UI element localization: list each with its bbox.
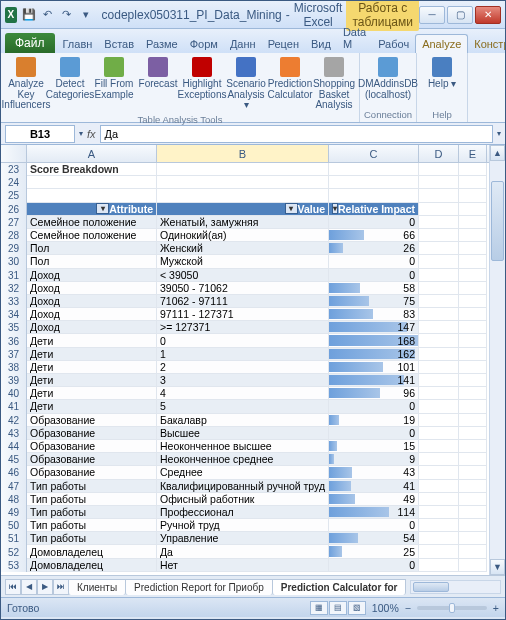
cell[interactable] [419,295,459,308]
cell[interactable]: 0 [329,427,419,440]
undo-icon[interactable]: ↶ [40,7,56,23]
zoom-out-icon[interactable]: − [405,602,411,614]
highlight-exceptions-button[interactable]: Highlight Exceptions [181,55,223,113]
cell[interactable] [459,321,487,334]
row-header[interactable]: 51 [1,532,27,545]
cell[interactable]: Неоконченное высшее [157,440,329,453]
forecast-button[interactable]: Forecast [137,55,179,113]
filter-dropdown-icon[interactable]: ▾ [96,203,109,214]
cell[interactable] [27,176,157,189]
fx-icon[interactable]: fx [87,128,96,140]
row-header[interactable]: 36 [1,334,27,347]
row-header[interactable]: 25 [1,189,27,202]
cell[interactable] [419,440,459,453]
cell[interactable] [419,163,459,176]
cell[interactable]: Офисный работник [157,493,329,506]
view-normal-icon[interactable]: ▦ [310,601,328,615]
row-header[interactable]: 35 [1,321,27,334]
cell[interactable]: Доход [27,308,157,321]
cell[interactable] [27,189,157,202]
cell[interactable] [419,361,459,374]
cell[interactable]: Тип работы [27,519,157,532]
prediction-calculator-button[interactable]: Prediction Calculator [269,55,311,113]
col-header-a[interactable]: A [27,145,157,162]
cell[interactable]: Дети [27,361,157,374]
cell[interactable]: 26 [329,242,419,255]
row-header[interactable]: 31 [1,269,27,282]
cell[interactable] [459,269,487,282]
cell[interactable]: Тип работы [27,532,157,545]
cell[interactable]: Домовладелец [27,559,157,572]
sheet-tab[interactable]: Prediction Report for Приобр [125,579,273,595]
sheet-nav-button[interactable]: ◀ [21,579,37,595]
cell[interactable]: Пол [27,242,157,255]
col-header-c[interactable]: C [329,145,419,162]
ribbon-tab-разме[interactable]: Разме [140,35,184,53]
row-header[interactable]: 38 [1,361,27,374]
cell[interactable]: Одинокий(ая) [157,229,329,242]
sheet-nav-button[interactable]: ⏮ [5,579,21,595]
cell[interactable] [459,189,487,202]
cell[interactable]: Профессионал [157,506,329,519]
row-header[interactable]: 37 [1,348,27,361]
cell[interactable]: 15 [329,440,419,453]
cell[interactable]: 0 [329,255,419,268]
cell[interactable]: 54 [329,532,419,545]
fill-from-example-button[interactable]: Fill From Example [93,55,135,113]
cell[interactable] [459,414,487,427]
cell[interactable] [459,387,487,400]
help-button[interactable]: Help ▾ [421,55,463,108]
cell[interactable] [419,532,459,545]
row-header[interactable]: 32 [1,282,27,295]
cell[interactable]: 43 [329,466,419,479]
analyze-key-influencers-button[interactable]: Analyze Key Influencers [5,55,47,113]
cell[interactable] [157,189,329,202]
cell[interactable] [419,255,459,268]
ribbon-tab-конструктор[interactable]: Конструктор [468,35,506,53]
cell[interactable] [459,361,487,374]
cell[interactable] [419,242,459,255]
minimize-button[interactable]: ─ [419,6,445,24]
maximize-button[interactable]: ▢ [447,6,473,24]
row-header[interactable]: 42 [1,414,27,427]
ribbon-tab-главн[interactable]: Главн [57,35,99,53]
scroll-down-icon[interactable]: ▼ [490,559,505,575]
row-header[interactable]: 29 [1,242,27,255]
cell[interactable]: Образование [27,427,157,440]
cell[interactable]: 58 [329,282,419,295]
zoom-slider[interactable] [417,606,487,610]
cell[interactable]: ▾Value [157,203,329,216]
cell[interactable]: Нет [157,559,329,572]
cell[interactable] [419,282,459,295]
row-header[interactable]: 47 [1,480,27,493]
row-header[interactable]: 50 [1,519,27,532]
cell[interactable] [459,466,487,479]
cell[interactable] [419,229,459,242]
row-header[interactable]: 43 [1,427,27,440]
cell[interactable]: 3 [157,374,329,387]
cell[interactable]: < 39050 [157,269,329,282]
cell[interactable]: 4 [157,387,329,400]
cell[interactable]: Домовладелец [27,545,157,558]
horizontal-scrollbar[interactable] [410,580,501,594]
cell[interactable] [329,189,419,202]
cell[interactable]: Среднее [157,466,329,479]
cell[interactable]: >= 127371 [157,321,329,334]
cell[interactable]: Дети [27,400,157,413]
ribbon-tab-форм[interactable]: Форм [184,35,224,53]
cell[interactable]: Доход [27,295,157,308]
row-header[interactable]: 24 [1,176,27,189]
row-header[interactable]: 46 [1,466,27,479]
hscroll-thumb[interactable] [413,582,448,592]
cell[interactable] [459,453,487,466]
cell[interactable]: Доход [27,269,157,282]
sheet-nav-button[interactable]: ▶ [37,579,53,595]
cell[interactable] [419,427,459,440]
cell[interactable]: 101 [329,361,419,374]
cell[interactable] [419,269,459,282]
cell[interactable] [419,453,459,466]
cell[interactable]: Дети [27,387,157,400]
cell[interactable] [459,532,487,545]
cell[interactable]: 0 [157,334,329,347]
cell[interactable]: 66 [329,229,419,242]
